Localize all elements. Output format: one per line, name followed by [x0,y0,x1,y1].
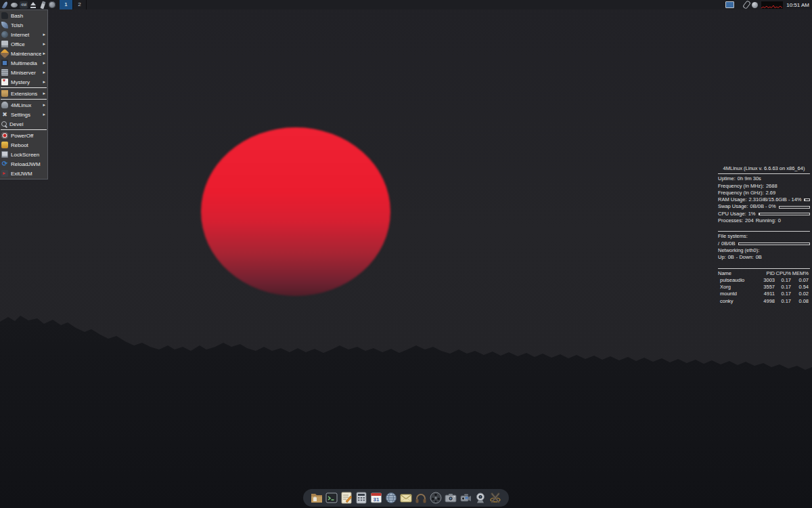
photo-viewer-icon[interactable] [444,491,457,505]
ram-usage-line: RAM Usage:2.31GiB/15.6GiB - 14% [718,196,810,203]
email-icon[interactable] [399,491,413,505]
folder-icon [1,90,8,97]
volume-mixer-icon[interactable] [750,0,759,9]
server-icon [1,69,8,76]
filesystems-header: File systems: [718,233,810,240]
jwm-feather-icon[interactable] [0,0,9,9]
svg-text:31: 31 [374,496,380,503]
text-editor-icon[interactable] [340,491,353,505]
uptime-line: Uptime:0h 9m 30s [718,175,810,182]
robot-icon [1,102,8,108]
swap-usage-line: Swap Usage:0B/0B - 0% [718,203,810,210]
application-dock: 31 [303,489,509,507]
top-panel: 4M 1 2 10:51 AM [0,0,812,9]
process-mem: 0.54 [791,284,809,291]
lock-screen-icon [1,151,8,158]
ram-bar [804,198,810,201]
workspace-pager: 1 2 [60,0,87,9]
table-header: Name [718,270,756,277]
terminal-icon[interactable] [325,491,338,505]
4mlinux-logo-icon[interactable]: 4M [19,0,28,9]
process-table: Name PID CPU% MEM% pulseaudio 3003 0.17 … [718,270,810,305]
cpu-load-graph [761,0,783,9]
table-header: MEM% [791,270,809,277]
menu-item-settings[interactable]: Settings [0,110,47,119]
menu-item-exitjwm[interactable]: ExitJWM [0,169,47,178]
process-cpu: 0.17 [775,277,791,284]
freq-mhz-line: Frequency (in MHz):2688 [718,183,810,190]
menu-item-tclsh[interactable]: Tclsh [0,20,47,30]
process-cpu: 0.17 [775,298,791,305]
menu-item-office[interactable]: Office [0,39,47,49]
menu-separator [1,87,47,88]
swap-bar [779,206,810,209]
conky-system-monitor: 4MLinux (Linux v. 6.6.63 on x86_64) Upti… [718,165,810,305]
system-tray: 10:51 AM [725,0,812,9]
conky-divider [718,173,810,174]
process-mem: 0.07 [791,277,809,284]
menu-item-mystery[interactable]: Mystery [0,77,47,87]
workspace-1[interactable]: 1 [60,0,73,9]
clipboard-paperclip-icon[interactable] [742,0,750,9]
video-player-icon[interactable] [429,491,443,505]
crossed-tools-icon [1,111,8,118]
process-cpu: 0.17 [775,291,791,297]
paint-spray-icon[interactable] [38,0,47,9]
table-header: CPU% [775,270,791,277]
table-header: PID [756,270,775,277]
process-pid: 4998 [756,298,775,305]
magnifier-icon [1,121,7,127]
menu-item-poweroff[interactable]: PowerOff [0,131,47,140]
process-name: conky [718,298,756,305]
network-monitor-icon[interactable] [725,0,734,9]
reboot-icon [1,142,8,148]
menu-item-maintenance[interactable]: Maintenance [0,49,47,58]
media-center-icon[interactable] [489,491,502,505]
workspace-2[interactable]: 2 [73,0,87,9]
menu-item-reboot[interactable]: Reboot [0,140,47,150]
eject-icon[interactable] [28,0,38,9]
music-player-icon[interactable] [414,491,428,505]
menu-item-devel[interactable]: Devel [0,119,47,129]
menu-item-extensions[interactable]: Extensions [0,89,47,98]
networking-header: Networking (eth0): [718,247,810,254]
globe-settings-icon[interactable] [47,0,57,9]
menu-item-4mlinux[interactable]: 4MLinux [0,100,47,110]
calculator-icon[interactable] [355,491,368,505]
conky-title: 4MLinux (Linux v. 6.6.63 on x86_64) [718,165,810,172]
menu-item-lockscreen[interactable]: LockScreen [0,150,47,159]
process-pid: 3003 [756,277,775,284]
refresh-icon [1,161,8,167]
cpu-usage-line: CPU Usage:1% [718,211,810,217]
menu-item-miniserver[interactable]: Miniserver [0,68,47,77]
fs-bar [738,242,810,245]
conky-divider [718,231,810,232]
show-desktop-icon[interactable] [9,0,19,9]
bash-icon [1,12,8,19]
process-pid: 3557 [756,284,775,291]
camcorder-icon[interactable] [459,491,472,505]
fs-root-line: /0B/0B [718,240,810,247]
clock: 10:51 AM [785,2,812,8]
wallpaper-treeline [0,0,812,508]
menu-item-reloadjwm[interactable]: ReloadJWM [0,159,47,169]
web-browser-icon[interactable] [384,491,398,505]
panel-launchers: 4M [0,0,57,9]
menu-separator [1,99,47,100]
freq-ghz-line: Frequency (in GHz):2.69 [718,190,810,196]
menu-item-multimedia[interactable]: Multimedia [0,58,47,68]
menu-item-bash[interactable]: Bash [0,11,47,20]
process-name: pulseaudio [718,277,756,284]
monitor-icon [1,60,8,66]
globe-icon [1,31,8,38]
cpu-bar [759,213,810,215]
power-icon [1,132,8,139]
process-mem: 0.08 [791,298,809,305]
process-mem: 0.02 [791,291,809,297]
menu-item-internet[interactable]: Internet [0,30,47,39]
printer-icon [1,41,8,47]
calendar-icon[interactable]: 31 [369,491,383,505]
conky-divider [718,268,810,269]
file-manager-icon[interactable] [310,491,323,505]
webcam-icon[interactable] [474,491,487,505]
